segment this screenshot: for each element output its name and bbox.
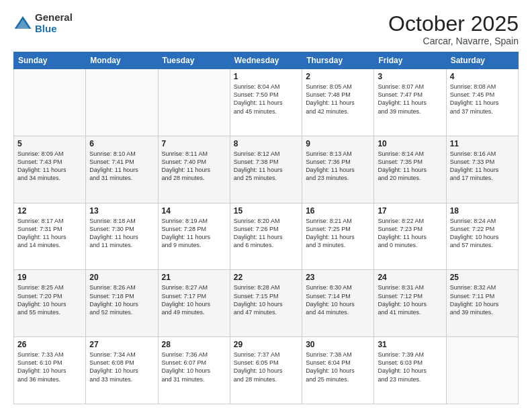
day-info: Sunrise: 7:39 AM Sunset: 6:03 PM Dayligh…: [378, 351, 442, 383]
day-number: 9: [306, 139, 370, 148]
calendar-cell: 19Sunrise: 8:25 AM Sunset: 7:20 PM Dayli…: [14, 270, 86, 337]
day-number: 4: [450, 72, 515, 81]
day-number: 20: [89, 273, 154, 282]
day-number: 21: [162, 273, 226, 282]
calendar-cell: 2Sunrise: 8:05 AM Sunset: 7:48 PM Daylig…: [302, 69, 374, 136]
calendar-cell: 14Sunrise: 8:19 AM Sunset: 7:28 PM Dayli…: [158, 203, 230, 270]
calendar-cell: 17Sunrise: 8:22 AM Sunset: 7:23 PM Dayli…: [374, 203, 446, 270]
calendar-cell: 6Sunrise: 8:10 AM Sunset: 7:41 PM Daylig…: [86, 136, 158, 203]
day-number: 17: [378, 206, 442, 216]
calendar-week-row: 5Sunrise: 8:09 AM Sunset: 7:43 PM Daylig…: [14, 136, 519, 203]
calendar-cell: 8Sunrise: 8:12 AM Sunset: 7:38 PM Daylig…: [230, 136, 302, 203]
day-info: Sunrise: 7:36 AM Sunset: 6:07 PM Dayligh…: [162, 351, 226, 383]
calendar-cell: 16Sunrise: 8:21 AM Sunset: 7:25 PM Dayli…: [302, 203, 374, 270]
day-number: 24: [378, 273, 442, 282]
day-info: Sunrise: 8:10 AM Sunset: 7:41 PM Dayligh…: [89, 150, 154, 183]
day-info: Sunrise: 7:37 AM Sunset: 6:05 PM Dayligh…: [234, 351, 298, 383]
calendar-table: SundayMondayTuesdayWednesdayThursdayFrid…: [13, 52, 519, 404]
calendar-cell: 30Sunrise: 7:38 AM Sunset: 6:04 PM Dayli…: [302, 337, 374, 404]
day-info: Sunrise: 8:17 AM Sunset: 7:31 PM Dayligh…: [17, 217, 82, 250]
calendar-cell: [86, 69, 158, 136]
weekday-header: Sunday: [14, 52, 86, 69]
calendar-week-row: 26Sunrise: 7:33 AM Sunset: 6:10 PM Dayli…: [14, 337, 519, 404]
calendar-cell: 22Sunrise: 8:28 AM Sunset: 7:15 PM Dayli…: [230, 270, 302, 337]
calendar-cell: 12Sunrise: 8:17 AM Sunset: 7:31 PM Dayli…: [14, 203, 86, 270]
day-info: Sunrise: 8:05 AM Sunset: 7:48 PM Dayligh…: [306, 83, 370, 116]
day-info: Sunrise: 8:08 AM Sunset: 7:45 PM Dayligh…: [450, 83, 515, 116]
weekday-header: Friday: [374, 52, 446, 69]
day-number: 26: [17, 340, 82, 349]
calendar-cell: 27Sunrise: 7:34 AM Sunset: 6:08 PM Dayli…: [86, 337, 158, 404]
calendar-cell: 9Sunrise: 8:13 AM Sunset: 7:36 PM Daylig…: [302, 136, 374, 203]
day-number: 15: [234, 206, 298, 216]
calendar-cell: [158, 69, 230, 136]
calendar-cell: 23Sunrise: 8:30 AM Sunset: 7:14 PM Dayli…: [302, 270, 374, 337]
calendar-cell: 26Sunrise: 7:33 AM Sunset: 6:10 PM Dayli…: [14, 337, 86, 404]
day-number: 18: [450, 206, 515, 216]
calendar-cell: 28Sunrise: 7:36 AM Sunset: 6:07 PM Dayli…: [158, 337, 230, 404]
calendar-cell: [446, 337, 518, 404]
calendar-cell: 10Sunrise: 8:14 AM Sunset: 7:35 PM Dayli…: [374, 136, 446, 203]
calendar-cell: 13Sunrise: 8:18 AM Sunset: 7:30 PM Dayli…: [86, 203, 158, 270]
logo: General Blue: [13, 12, 73, 34]
calendar-cell: 25Sunrise: 8:32 AM Sunset: 7:11 PM Dayli…: [446, 270, 518, 337]
month-title: October 2025: [388, 12, 519, 36]
day-info: Sunrise: 8:19 AM Sunset: 7:28 PM Dayligh…: [162, 217, 226, 250]
day-info: Sunrise: 8:24 AM Sunset: 7:22 PM Dayligh…: [450, 217, 515, 250]
logo-general: General: [35, 11, 73, 23]
day-number: 1: [234, 72, 298, 81]
day-number: 3: [378, 72, 442, 81]
calendar-cell: 31Sunrise: 7:39 AM Sunset: 6:03 PM Dayli…: [374, 337, 446, 404]
day-number: 10: [378, 139, 442, 148]
weekday-header: Tuesday: [158, 52, 230, 69]
day-info: Sunrise: 7:38 AM Sunset: 6:04 PM Dayligh…: [306, 351, 370, 383]
day-number: 22: [234, 273, 298, 282]
calendar-header-row: SundayMondayTuesdayWednesdayThursdayFrid…: [14, 52, 519, 69]
day-info: Sunrise: 8:21 AM Sunset: 7:25 PM Dayligh…: [306, 217, 370, 250]
page: General Blue October 2025 Carcar, Navarr…: [0, 0, 532, 411]
day-number: 29: [234, 340, 298, 349]
logo-icon: [13, 14, 32, 33]
header: General Blue October 2025 Carcar, Navarr…: [13, 12, 519, 46]
calendar-cell: 20Sunrise: 8:26 AM Sunset: 7:18 PM Dayli…: [86, 270, 158, 337]
day-number: 13: [89, 206, 154, 216]
calendar-cell: 5Sunrise: 8:09 AM Sunset: 7:43 PM Daylig…: [14, 136, 86, 203]
calendar-cell: 3Sunrise: 8:07 AM Sunset: 7:47 PM Daylig…: [374, 69, 446, 136]
day-info: Sunrise: 8:13 AM Sunset: 7:36 PM Dayligh…: [306, 150, 370, 183]
day-info: Sunrise: 8:26 AM Sunset: 7:18 PM Dayligh…: [89, 283, 154, 316]
day-number: 8: [234, 139, 298, 148]
day-info: Sunrise: 8:22 AM Sunset: 7:23 PM Dayligh…: [378, 217, 442, 250]
calendar-cell: 7Sunrise: 8:11 AM Sunset: 7:40 PM Daylig…: [158, 136, 230, 203]
calendar-week-row: 1Sunrise: 8:04 AM Sunset: 7:50 PM Daylig…: [14, 69, 519, 136]
calendar-cell: 29Sunrise: 7:37 AM Sunset: 6:05 PM Dayli…: [230, 337, 302, 404]
calendar-week-row: 19Sunrise: 8:25 AM Sunset: 7:20 PM Dayli…: [14, 270, 519, 337]
day-number: 23: [306, 273, 370, 282]
day-info: Sunrise: 8:25 AM Sunset: 7:20 PM Dayligh…: [17, 283, 82, 316]
weekday-header: Thursday: [302, 52, 374, 69]
day-info: Sunrise: 8:12 AM Sunset: 7:38 PM Dayligh…: [234, 150, 298, 183]
day-number: 16: [306, 206, 370, 216]
day-number: 5: [17, 139, 82, 148]
calendar-week-row: 12Sunrise: 8:17 AM Sunset: 7:31 PM Dayli…: [14, 203, 519, 270]
calendar-cell: [14, 69, 86, 136]
day-info: Sunrise: 8:04 AM Sunset: 7:50 PM Dayligh…: [234, 83, 298, 116]
calendar-cell: 1Sunrise: 8:04 AM Sunset: 7:50 PM Daylig…: [230, 69, 302, 136]
weekday-header: Monday: [86, 52, 158, 69]
day-info: Sunrise: 8:20 AM Sunset: 7:26 PM Dayligh…: [234, 217, 298, 250]
day-info: Sunrise: 8:32 AM Sunset: 7:11 PM Dayligh…: [450, 283, 515, 316]
logo-text: General Blue: [35, 12, 73, 34]
day-info: Sunrise: 7:33 AM Sunset: 6:10 PM Dayligh…: [17, 351, 82, 383]
day-number: 12: [17, 206, 82, 216]
day-number: 30: [306, 340, 370, 349]
day-number: 31: [378, 340, 442, 349]
calendar-cell: 21Sunrise: 8:27 AM Sunset: 7:17 PM Dayli…: [158, 270, 230, 337]
calendar-cell: 18Sunrise: 8:24 AM Sunset: 7:22 PM Dayli…: [446, 203, 518, 270]
day-info: Sunrise: 8:30 AM Sunset: 7:14 PM Dayligh…: [306, 283, 370, 316]
calendar-cell: 11Sunrise: 8:16 AM Sunset: 7:33 PM Dayli…: [446, 136, 518, 203]
day-number: 25: [450, 273, 515, 282]
location: Carcar, Navarre, Spain: [388, 36, 519, 46]
weekday-header: Wednesday: [230, 52, 302, 69]
day-info: Sunrise: 8:31 AM Sunset: 7:12 PM Dayligh…: [378, 283, 442, 316]
title-block: October 2025 Carcar, Navarre, Spain: [388, 12, 519, 46]
day-number: 28: [162, 340, 226, 349]
